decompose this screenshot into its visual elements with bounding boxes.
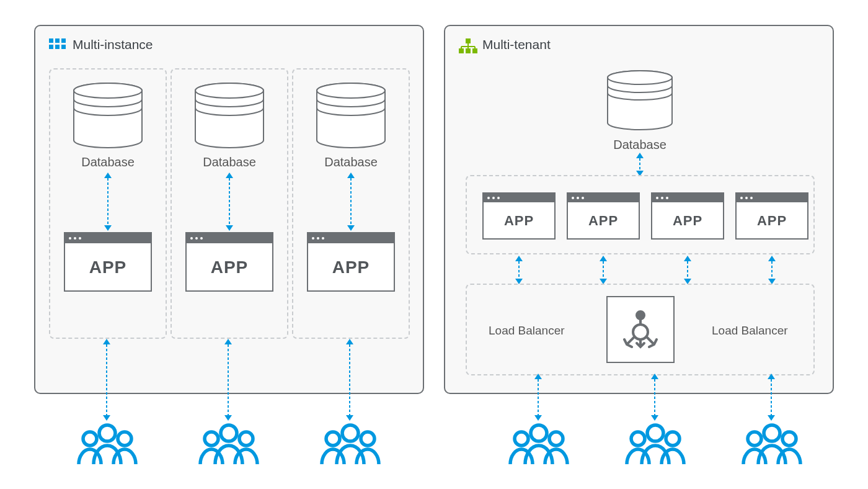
load-balancer-label: Load Balancer	[712, 324, 788, 338]
app-window-header	[652, 194, 723, 202]
app-window-header	[308, 233, 394, 243]
svg-rect-3	[49, 45, 53, 49]
bidirectional-arrow-icon	[106, 340, 107, 419]
app-box: APP	[185, 232, 273, 292]
users-group-icon	[738, 423, 806, 467]
svg-point-39	[531, 425, 547, 441]
app-label: APP	[737, 202, 807, 240]
svg-point-19	[342, 425, 358, 441]
bidirectional-arrow-icon	[350, 174, 352, 230]
panel-title: Multi-tenant	[482, 37, 551, 52]
database: Database	[186, 82, 273, 169]
svg-rect-4	[55, 45, 60, 49]
users-group-icon	[195, 423, 263, 467]
bidirectional-arrow-icon	[229, 174, 230, 230]
database: Database	[596, 70, 683, 152]
users-group-icon	[505, 423, 573, 467]
svg-point-12	[83, 432, 97, 446]
multi-tenant-panel: Multi-tenant Database APP APP AP	[444, 25, 834, 394]
svg-point-41	[631, 432, 645, 446]
svg-point-9	[195, 83, 264, 98]
svg-point-42	[647, 425, 663, 441]
svg-rect-0	[49, 38, 53, 43]
load-balancer	[606, 296, 675, 363]
users-group-icon	[621, 423, 689, 467]
bidirectional-arrow-icon	[518, 257, 520, 283]
app-label: APP	[65, 243, 151, 292]
app-window-header	[65, 233, 151, 243]
app-box: APP	[567, 192, 640, 240]
svg-point-46	[782, 432, 796, 446]
svg-point-14	[118, 432, 131, 446]
svg-rect-27	[459, 48, 464, 53]
load-balancer-label: Load Balancer	[489, 324, 565, 338]
panel-title: Multi-instance	[73, 37, 153, 52]
svg-rect-2	[61, 38, 66, 43]
database-icon	[186, 82, 273, 149]
svg-point-7	[74, 83, 142, 98]
svg-point-13	[99, 425, 115, 441]
svg-rect-5	[61, 45, 66, 49]
svg-point-45	[764, 425, 780, 441]
svg-point-40	[549, 432, 563, 446]
bidirectional-arrow-icon	[771, 375, 772, 419]
database: Database	[308, 82, 394, 169]
app-box: APP	[482, 192, 556, 240]
app-box: APP	[307, 232, 395, 292]
bidirectional-arrow-icon	[639, 154, 640, 175]
bidirectional-arrow-icon	[603, 257, 604, 283]
svg-point-43	[666, 432, 680, 446]
svg-line-35	[627, 337, 634, 344]
database-icon	[64, 82, 151, 149]
svg-rect-29	[472, 48, 477, 53]
app-label: APP	[652, 202, 723, 240]
architecture-diagram: Multi-instance Database Data	[0, 0, 868, 489]
svg-rect-28	[466, 48, 471, 53]
svg-point-44	[748, 432, 761, 446]
bidirectional-arrow-icon	[538, 375, 539, 419]
svg-rect-1	[55, 38, 60, 43]
database-label: Database	[308, 155, 394, 169]
database-icon	[308, 82, 394, 149]
app-window-header	[568, 194, 639, 202]
svg-rect-21	[466, 38, 471, 43]
bidirectional-arrow-icon	[654, 375, 655, 419]
app-label: APP	[308, 243, 394, 292]
app-window-header	[484, 194, 554, 202]
database-icon	[596, 70, 683, 132]
multi-tenant-icon	[459, 38, 477, 56]
database-label: Database	[64, 155, 151, 169]
svg-point-17	[239, 432, 253, 446]
app-box: APP	[651, 192, 724, 240]
bidirectional-arrow-icon	[349, 340, 350, 419]
svg-line-37	[647, 337, 654, 344]
users-group-icon	[73, 423, 141, 467]
app-box: APP	[64, 232, 152, 292]
app-label: APP	[187, 243, 272, 292]
database-label: Database	[596, 138, 683, 152]
svg-point-38	[515, 432, 528, 446]
database: Database	[64, 82, 151, 169]
app-window-header	[737, 194, 807, 202]
svg-point-18	[326, 432, 340, 446]
bidirectional-arrow-icon	[107, 174, 108, 230]
svg-point-31	[608, 71, 672, 84]
svg-point-20	[361, 432, 374, 446]
bidirectional-arrow-icon	[771, 257, 773, 283]
svg-point-32	[637, 312, 644, 319]
app-box: APP	[735, 192, 808, 240]
bidirectional-arrow-icon	[228, 340, 229, 419]
bidirectional-arrow-icon	[687, 257, 688, 283]
svg-point-16	[221, 425, 237, 441]
app-label: APP	[568, 202, 639, 240]
app-label: APP	[484, 202, 554, 240]
svg-point-11	[317, 83, 385, 98]
load-balancer-icon	[619, 308, 662, 351]
multi-instance-icon	[49, 38, 66, 55]
database-label: Database	[186, 155, 273, 169]
app-window-header	[187, 233, 272, 243]
users-group-icon	[316, 423, 384, 467]
svg-point-34	[633, 325, 648, 339]
svg-point-15	[205, 432, 218, 446]
